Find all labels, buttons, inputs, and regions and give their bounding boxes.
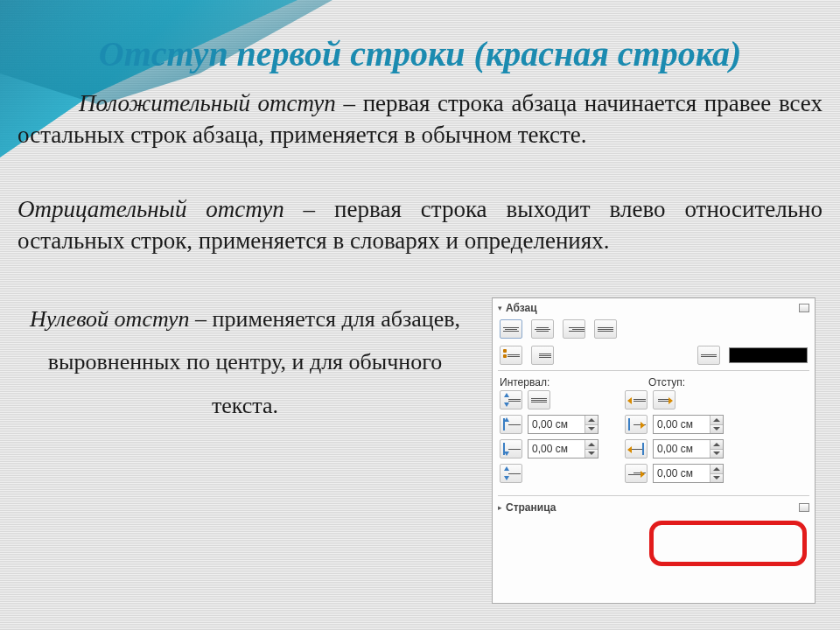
align-left-icon[interactable] (500, 319, 522, 339)
spin-down-icon[interactable] (585, 425, 598, 434)
paragraph-negative: Отрицательный отступ – первая строка вых… (18, 193, 822, 257)
paragraph-panel: ▾ Абзац Интервал: Отступ: (492, 298, 816, 604)
color-swatch[interactable] (729, 347, 808, 363)
space-before-field[interactable] (528, 416, 584, 433)
first-line-indent-input[interactable] (653, 464, 724, 483)
indent-left-icon[interactable] (625, 415, 648, 434)
indent-right-field[interactable] (654, 440, 710, 458)
spin-up-icon[interactable] (710, 465, 723, 474)
label-indent: Отступ: (648, 376, 685, 388)
dialog-launcher-icon[interactable] (799, 304, 809, 312)
term-zero: Нулевой отступ (30, 306, 190, 332)
increase-indent-icon[interactable] (653, 390, 676, 410)
spin-down-icon[interactable] (710, 450, 723, 458)
first-line-indent-icon[interactable] (625, 464, 648, 483)
spin-down-icon[interactable] (585, 450, 598, 458)
dialog-launcher-icon[interactable] (799, 503, 809, 512)
space-before-input[interactable] (528, 415, 598, 434)
spin-up-icon[interactable] (710, 416, 723, 425)
line-spacing-icon[interactable] (500, 390, 522, 410)
fill-icon[interactable] (697, 346, 720, 365)
align-right-icon[interactable] (563, 319, 585, 339)
space-after-field[interactable] (528, 440, 584, 458)
labels-row: Интервал: Отступ: (493, 373, 815, 388)
space-both-icon[interactable] (500, 464, 522, 483)
expand-icon: ▸ (498, 503, 502, 512)
spin-down-icon[interactable] (710, 425, 723, 434)
paragraph-zero: Нулевой отступ – применяется для абзацев… (18, 298, 472, 427)
indent-right-icon[interactable] (625, 439, 648, 458)
interval-column (500, 390, 598, 488)
space-before-icon[interactable] (500, 415, 522, 434)
panel-title-page: Страница (506, 501, 799, 514)
indent-column (625, 390, 724, 488)
decrease-indent-icon[interactable] (625, 390, 648, 410)
divider (498, 495, 809, 496)
spin-up-icon[interactable] (585, 416, 598, 425)
spacing-indent-group (493, 388, 815, 494)
tight-spacing-icon[interactable] (528, 390, 550, 410)
indent-left-field[interactable] (654, 416, 710, 433)
label-interval: Интервал: (500, 376, 648, 388)
numbering-icon[interactable] (531, 346, 554, 365)
spin-down-icon[interactable] (710, 474, 723, 483)
slide: Отступ первой строки (красная строка) По… (0, 0, 840, 630)
indent-left-input[interactable] (653, 415, 724, 434)
space-after-input[interactable] (528, 439, 598, 458)
align-center-icon[interactable] (531, 319, 554, 339)
panel-header-paragraph[interactable]: ▾ Абзац (493, 298, 815, 316)
first-line-indent-field[interactable] (654, 465, 710, 482)
list-row (493, 342, 815, 368)
align-justify-icon[interactable] (594, 319, 617, 339)
term-positive: Положительный отступ (79, 90, 336, 116)
spin-up-icon[interactable] (585, 440, 598, 450)
term-negative: Отрицательный отступ (18, 196, 284, 222)
panel-title-paragraph: Абзац (506, 302, 799, 314)
collapse-icon: ▾ (498, 304, 502, 312)
paragraph-positive: Положительный отступ – первая строка абз… (18, 88, 822, 151)
panel-header-page[interactable]: ▸ Страница (493, 498, 815, 515)
divider (498, 370, 809, 371)
alignment-row (493, 316, 815, 342)
space-after-icon[interactable] (500, 439, 522, 458)
slide-title: Отступ первой строки (красная строка) (0, 33, 840, 74)
indent-right-input[interactable] (653, 439, 724, 458)
spin-up-icon[interactable] (710, 440, 723, 450)
bullets-icon[interactable] (500, 346, 522, 365)
